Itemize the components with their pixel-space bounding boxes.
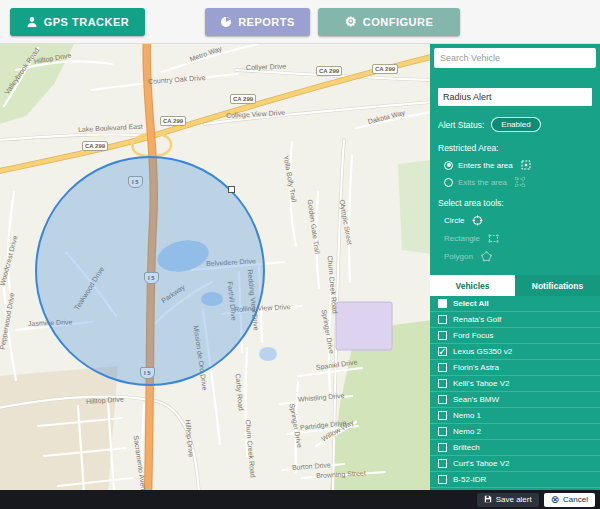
bottom-bar: Save alert ⊗ Cancel <box>0 490 600 509</box>
reports-label: REPORTS <box>238 16 295 28</box>
vehicle-row[interactable]: Renata's Golf <box>430 312 600 328</box>
vehicle-checkbox[interactable] <box>438 443 447 452</box>
vehicle-name: Florin's Astra <box>453 363 499 372</box>
vehicle-checkbox[interactable]: ✓ <box>438 347 447 356</box>
search-vehicle-input[interactable] <box>434 48 596 68</box>
vehicle-name: Select All <box>453 299 489 308</box>
cancel-label: Cancel <box>563 495 588 504</box>
gps-tracker-label: GPS TRACKER <box>44 16 130 28</box>
enters-area-label: Enters the area <box>458 161 513 170</box>
vehicle-name: Lexus GS350 v2 <box>453 347 512 356</box>
configure-label: CONFIGURE <box>363 16 434 28</box>
vehicle-row[interactable]: Select All <box>430 296 600 312</box>
rectangle-tool[interactable]: Rectangle <box>444 233 592 244</box>
area-tools-label: Select area tools: <box>438 198 592 208</box>
exit-area-icon <box>515 177 525 187</box>
vehicle-row[interactable]: B-52-IDR <box>430 472 600 488</box>
vehicle-checkbox[interactable] <box>438 411 447 420</box>
polygon-tool-label: Polygon <box>444 252 473 261</box>
rectangle-tool-label: Rectangle <box>444 234 480 243</box>
exits-area-radio[interactable] <box>444 178 453 187</box>
configure-tab[interactable]: ⚙ CONFIGURE <box>318 8 460 36</box>
vehicle-name: Curt's Tahoe V2 <box>453 459 510 468</box>
gear-icon: ⚙ <box>345 15 357 28</box>
polygon-tool-icon <box>481 251 492 262</box>
vehicle-checkbox[interactable] <box>438 299 447 308</box>
save-alert-button[interactable]: Save alert <box>477 493 539 507</box>
vehicle-row[interactable]: Nemo 1 <box>430 408 600 424</box>
reports-tab[interactable]: REPORTS <box>205 8 310 36</box>
sidebar-tabs: Vehicles Notifications <box>430 275 600 296</box>
pie-chart-icon <box>220 16 232 28</box>
enter-area-icon <box>521 160 531 170</box>
alert-status-toggle[interactable]: Enabled <box>491 117 540 132</box>
save-alert-label: Save alert <box>496 495 532 504</box>
vehicle-checkbox[interactable] <box>438 475 447 484</box>
cancel-icon: ⊗ <box>551 495 559 505</box>
circle-resize-handle[interactable] <box>228 186 235 193</box>
polygon-tool[interactable]: Polygon <box>444 251 592 262</box>
person-pin-icon <box>26 16 38 28</box>
vehicle-row[interactable]: Ford Focus <box>430 328 600 344</box>
vehicle-row[interactable]: Kelli's Tahoe V2 <box>430 376 600 392</box>
circle-tool-label: Circle <box>444 216 464 225</box>
top-nav: GPS TRACKER REPORTS ⚙ CONFIGURE <box>0 0 600 44</box>
vehicle-checkbox[interactable] <box>438 363 447 372</box>
save-icon <box>484 495 492 505</box>
vehicle-row[interactable]: Curt's Tahoe V2 <box>430 456 600 472</box>
vehicle-row[interactable]: Florin's Astra <box>430 360 600 376</box>
rectangle-tool-icon <box>488 233 499 244</box>
vehicle-checkbox[interactable] <box>438 395 447 404</box>
map-canvas[interactable]: Valleybrook RoadHilltop DriveMetro WayCo… <box>0 44 430 490</box>
circle-tool-icon <box>472 215 483 226</box>
vehicle-name: B-52-IDR <box>453 475 486 484</box>
vehicle-checkbox[interactable] <box>438 331 447 340</box>
gps-tracker-app: GPS TRACKER REPORTS ⚙ CONFIGURE <box>0 0 600 509</box>
exits-area-option[interactable]: Exits the area <box>444 177 592 187</box>
enters-area-option[interactable]: Enters the area <box>444 160 592 170</box>
circle-tool[interactable]: Circle <box>444 215 592 226</box>
vehicle-list: Select AllRenata's GolfFord Focus✓Lexus … <box>430 296 600 490</box>
enters-area-radio[interactable] <box>444 161 453 170</box>
cancel-button[interactable]: ⊗ Cancel <box>544 493 595 507</box>
vehicle-row[interactable]: ✓Lexus GS350 v2 <box>430 344 600 360</box>
vehicle-row[interactable]: Sean's BMW <box>430 392 600 408</box>
tab-vehicles[interactable]: Vehicles <box>430 275 515 296</box>
vehicle-row[interactable]: Nemo 2 <box>430 424 600 440</box>
vehicle-name: Ford Focus <box>453 331 493 340</box>
exits-area-label: Exits the area <box>458 178 507 187</box>
tab-notifications[interactable]: Notifications <box>515 275 600 296</box>
alert-status-label: Alert Status: <box>438 120 484 130</box>
vehicle-checkbox[interactable] <box>438 379 447 388</box>
vehicle-checkbox[interactable] <box>438 315 447 324</box>
alert-status-row: Alert Status: Enabled <box>438 117 592 132</box>
vehicle-checkbox[interactable] <box>438 427 447 436</box>
vehicle-name: Nemo 1 <box>453 411 481 420</box>
vehicle-name: Kelli's Tahoe V2 <box>453 379 510 388</box>
gps-tracker-tab[interactable]: GPS TRACKER <box>10 8 145 36</box>
alert-sidebar: Alert Status: Enabled Restricted Area: E… <box>430 44 600 490</box>
vehicle-checkbox[interactable] <box>438 459 447 468</box>
vehicle-row[interactable]: Briltech <box>430 440 600 456</box>
vehicle-name: Renata's Golf <box>453 315 501 324</box>
vehicle-name: Sean's BMW <box>453 395 499 404</box>
vehicle-name: Nemo 2 <box>453 427 481 436</box>
alert-name-input[interactable] <box>438 88 592 106</box>
restricted-area-label: Restricted Area: <box>438 143 592 153</box>
vehicle-name: Briltech <box>453 443 480 452</box>
